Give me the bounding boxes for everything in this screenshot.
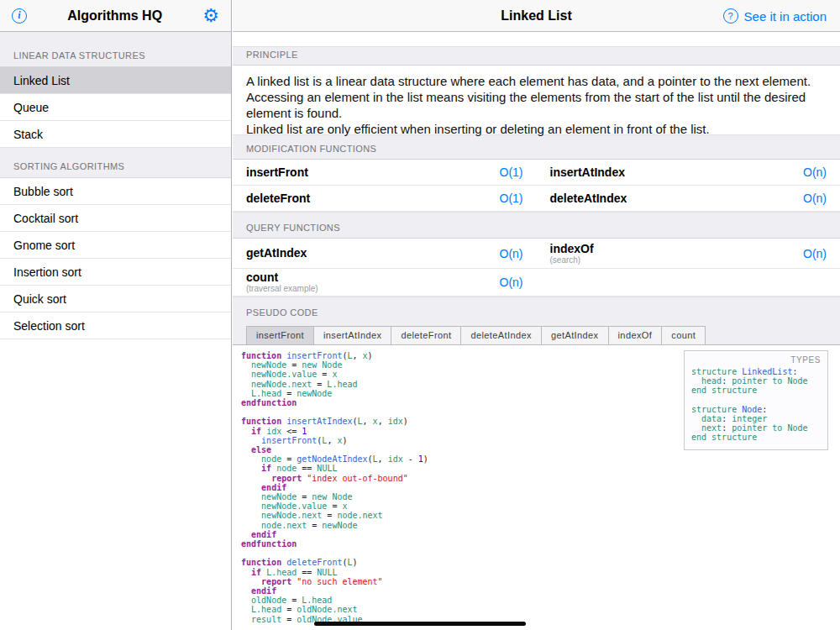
complexity-badge: O(n) — [500, 276, 523, 289]
see-it-in-action-label: See it in action — [744, 9, 827, 24]
function-name-group: indexOf (search) — [550, 243, 594, 265]
complexity-badge: O(1) — [500, 165, 523, 179]
function-note: (traversal example) — [246, 284, 318, 293]
complexity-badge: O(1) — [500, 192, 523, 205]
function-name: indexOf — [550, 243, 594, 255]
complexity-badge: O(n) — [803, 247, 827, 260]
sidebar-item-bubble-sort[interactable]: Bubble sort — [0, 178, 231, 205]
function-cell-empty — [537, 269, 840, 296]
info-icon: i — [18, 9, 20, 22]
sidebar-item-stack[interactable]: Stack — [0, 121, 231, 148]
main-content: Linked List ? See it in action PRINCIPLE… — [233, 0, 840, 630]
sidebar-item-gnome-sort[interactable]: Gnome sort — [0, 232, 231, 259]
complexity-badge: O(n) — [803, 192, 827, 205]
complexity-badge: O(n) — [803, 165, 827, 179]
section-label-pseudocode: PSEUDO CODE — [233, 297, 840, 318]
pseudocode-tab-bar: insertFront insertAtIndex deleteFront de… — [233, 326, 840, 344]
home-indicator[interactable] — [314, 622, 526, 626]
function-cell-deletefront: deleteFront O(1) — [233, 186, 537, 211]
tab-deletefront[interactable]: deleteFront — [391, 326, 461, 344]
tab-getatindex[interactable]: getAtIndex — [541, 326, 609, 344]
function-note: (search) — [550, 255, 594, 265]
sidebar-header: i Algorithms HQ ⚙ — [0, 0, 231, 32]
function-name: count — [246, 271, 318, 284]
tab-deleteatindex[interactable]: deleteAtIndex — [460, 326, 541, 344]
table-row: insertFront O(1) insertAtIndex O(n) — [233, 160, 840, 186]
function-cell-indexof: indexOf (search) O(n) — [537, 239, 840, 268]
function-name: deleteAtIndex — [550, 192, 627, 205]
function-cell-insertatindex: insertAtIndex O(n) — [537, 160, 840, 185]
info-button[interactable]: i — [12, 8, 27, 24]
sidebar-section-header-sorting: SORTING ALGORITHMS — [0, 148, 231, 178]
see-it-in-action-button[interactable]: ? See it in action — [723, 0, 827, 32]
function-name: getAtIndex — [246, 247, 307, 260]
sidebar-item-cocktail-sort[interactable]: Cocktail sort — [0, 205, 231, 232]
types-panel: TYPES structure LinkedList: head: pointe… — [684, 350, 828, 450]
function-cell-getatindex: getAtIndex O(n) — [233, 239, 537, 268]
function-cell-deleteatindex: deleteAtIndex O(n) — [537, 186, 840, 211]
table-row: getAtIndex O(n) indexOf (search) O(n) — [233, 239, 840, 269]
function-name-group: count (traversal example) — [246, 271, 318, 293]
settings-gear-icon[interactable]: ⚙ — [202, 7, 219, 25]
code-view: function insertFront(L, x) newNode = new… — [233, 345, 840, 630]
section-label-query: QUERY FUNCTIONS — [233, 212, 840, 239]
table-row: count (traversal example) O(n) — [233, 269, 840, 297]
sidebar-section-header-linear: LINEAR DATA STRUCTURES — [0, 32, 231, 67]
principle-paragraph-1: A linked list is a linear data structure… — [246, 73, 827, 121]
sidebar-item-linked-list[interactable]: Linked List — [0, 67, 231, 94]
sidebar: i Algorithms HQ ⚙ LINEAR DATA STRUCTURES… — [0, 0, 232, 630]
complexity-badge: O(n) — [500, 247, 523, 260]
table-row: deleteFront O(1) deleteAtIndex O(n) — [233, 186, 840, 212]
section-label-modification: MODIFICATION FUNCTIONS — [233, 134, 840, 160]
sidebar-item-quick-sort[interactable]: Quick sort — [0, 286, 231, 312]
help-icon: ? — [723, 8, 738, 24]
tab-count[interactable]: count — [661, 326, 706, 344]
sidebar-item-insertion-sort[interactable]: Insertion sort — [0, 259, 231, 286]
pseudocode-section: PSEUDO CODE insertFront insertAtIndex de… — [233, 297, 840, 345]
tab-indexof[interactable]: indexOf — [608, 326, 663, 344]
app-title: Algorithms HQ — [67, 8, 162, 24]
sidebar-item-queue[interactable]: Queue — [0, 94, 231, 121]
types-panel-label: TYPES — [691, 355, 821, 365]
tab-insertatindex[interactable]: insertAtIndex — [313, 326, 391, 344]
principle-text: A linked list is a linear data structure… — [233, 66, 840, 134]
section-label-principle: PRINCIPLE — [233, 46, 840, 66]
main-header: Linked List ? See it in action — [233, 0, 840, 32]
function-name: insertAtIndex — [550, 166, 625, 179]
function-cell-insertfront: insertFront O(1) — [233, 160, 537, 185]
function-name: insertFront — [246, 166, 308, 179]
tab-insertfront[interactable]: insertFront — [246, 326, 314, 344]
sidebar-item-selection-sort[interactable]: Selection sort — [0, 312, 231, 339]
types-listing: structure LinkedList: head: pointer to N… — [691, 367, 821, 443]
function-cell-count: count (traversal example) O(n) — [233, 269, 537, 296]
function-name: deleteFront — [246, 192, 310, 205]
spacer — [233, 32, 840, 46]
